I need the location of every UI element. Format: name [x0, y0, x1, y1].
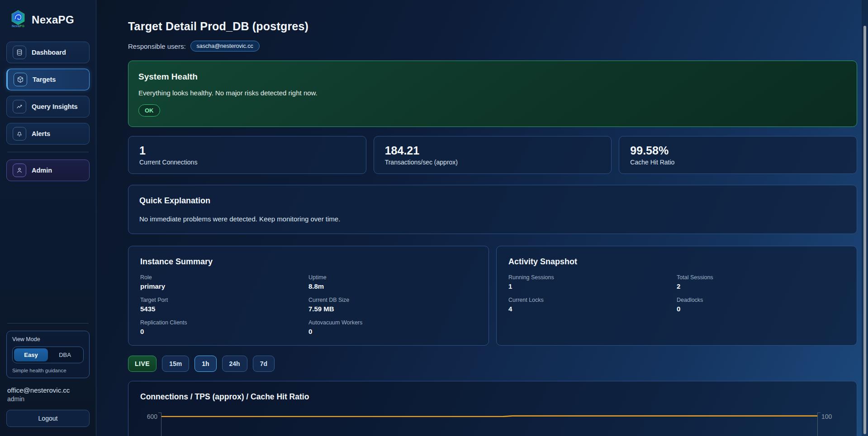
- instance-summary-card: Instance Summary Role primary Uptime 8.8…: [128, 246, 489, 346]
- activity-snapshot-grid: Running Sessions 1 Total Sessions 2 Curr…: [508, 274, 845, 313]
- quick-explanation-message: No immediate problems were detected. Kee…: [139, 215, 846, 223]
- kv-field: Deadlocks 0: [677, 297, 845, 313]
- main-content: Target Detail Prod_DB (postgres) Respons…: [96, 0, 868, 436]
- kv-field: Current Locks 4: [508, 297, 677, 313]
- status-badge: OK: [138, 104, 160, 117]
- live-button[interactable]: LIVE: [128, 356, 157, 372]
- range-button-7d[interactable]: 7d: [253, 356, 275, 372]
- kv-field: Role primary: [140, 274, 308, 290]
- chart-card: Connections / TPS (approx) / Cache Hit R…: [128, 381, 857, 436]
- sidebar-item-admin[interactable]: Admin: [6, 159, 90, 181]
- time-controls: LIVE 15m 1h 24h 7d: [128, 356, 857, 372]
- stat-value: 99.58%: [630, 144, 846, 157]
- database-icon: [13, 46, 26, 59]
- responsible-user-chip[interactable]: sascha@nesterovic.cc: [190, 41, 260, 52]
- stat-label: Current Connections: [139, 159, 355, 166]
- bell-icon: [13, 127, 26, 141]
- cache-hit-ratio-series-line: [161, 415, 817, 417]
- kv-field: Replication Clients 0: [140, 319, 308, 335]
- view-mode-card: View Mode Easy DBA Simple health guidanc…: [6, 331, 90, 378]
- app-logo: NexaPG NexaPG: [6, 8, 90, 30]
- activity-snapshot-card: Activity Snapshot Running Sessions 1 Tot…: [496, 246, 857, 346]
- kv-field: Running Sessions 1: [508, 274, 677, 290]
- right-y-axis: [817, 413, 818, 436]
- user-role: admin: [6, 395, 90, 403]
- logout-button[interactable]: Logout: [6, 410, 90, 427]
- responsible-users-label: Responsible users:: [128, 42, 186, 50]
- left-axis-tick-label: 600: [140, 413, 161, 436]
- app-title: NexaPG: [32, 14, 74, 26]
- summary-row: Instance Summary Role primary Uptime 8.8…: [128, 246, 857, 346]
- instance-summary-title: Instance Summary: [140, 257, 477, 267]
- kv-field: Autovacuum Workers 0: [308, 319, 477, 335]
- nexapg-logo-icon: NexaPG: [9, 10, 27, 30]
- kv-field: Uptime 8.8m: [308, 274, 477, 290]
- quick-explanation-title: Quick Explanation: [139, 196, 846, 206]
- system-health-message: Everything looks healthy. No major risks…: [138, 89, 847, 97]
- sidebar-bottom: View Mode Easy DBA Simple health guidanc…: [6, 316, 90, 427]
- kv-field: Total Sessions 2: [677, 274, 845, 290]
- stats-row: 1 Current Connections 184.21 Transaction…: [128, 136, 857, 174]
- sidebar-item-query-insights[interactable]: Query Insights: [6, 96, 90, 117]
- stat-card-tps: 184.21 Transactions/sec (approx): [374, 136, 612, 174]
- quick-explanation-card: Quick Explanation No immediate problems …: [128, 185, 857, 234]
- sidebar-item-label: Dashboard: [32, 49, 66, 56]
- range-button-15m[interactable]: 15m: [162, 356, 189, 372]
- sidebar-divider: [7, 152, 89, 152]
- sidebar-item-label: Query Insights: [32, 103, 78, 110]
- scrollbar-thumb[interactable]: [863, 26, 866, 434]
- user-email: office@nesterovic.cc: [6, 386, 90, 394]
- system-health-card: System Health Everything looks healthy. …: [128, 61, 857, 127]
- stat-card-current-connections: 1 Current Connections: [128, 136, 366, 174]
- range-button-24h[interactable]: 24h: [222, 356, 247, 372]
- stat-label: Cache Hit Ratio: [630, 159, 846, 166]
- cube-icon: [14, 73, 27, 86]
- responsible-users-row: Responsible users: sascha@nesterovic.cc: [128, 41, 857, 52]
- view-mode-option-dba[interactable]: DBA: [48, 348, 82, 361]
- chart-title: Connections / TPS (approx) / Cache Hit R…: [140, 392, 845, 402]
- stat-value: 1: [139, 144, 355, 157]
- scrollbar-track[interactable]: [862, 0, 868, 436]
- sidebar: NexaPG NexaPG Dashboard Targets: [0, 0, 96, 436]
- view-mode-label: View Mode: [12, 336, 84, 342]
- range-button-1h[interactable]: 1h: [194, 356, 216, 372]
- left-axis-tick: [158, 413, 161, 413]
- trend-chart-icon: [13, 100, 26, 113]
- view-mode-option-easy[interactable]: Easy: [14, 348, 48, 361]
- view-mode-hint: Simple health guidance: [12, 368, 84, 373]
- sidebar-divider: [7, 323, 89, 323]
- sidebar-item-label: Targets: [33, 76, 56, 83]
- stat-label: Transactions/sec (approx): [385, 159, 601, 166]
- instance-summary-grid: Role primary Uptime 8.8m Target Port 543…: [140, 274, 477, 335]
- kv-field: Current DB Size 7.59 MB: [308, 297, 477, 313]
- chart-area: 600 100: [140, 413, 845, 436]
- sidebar-item-dashboard[interactable]: Dashboard: [6, 42, 90, 63]
- stat-card-cache-hit-ratio: 99.58% Cache Hit Ratio: [619, 136, 857, 174]
- user-icon: [13, 164, 26, 177]
- stat-value: 184.21: [385, 144, 601, 157]
- sidebar-item-label: Admin: [32, 167, 52, 174]
- sidebar-item-alerts[interactable]: Alerts: [6, 123, 90, 145]
- sidebar-item-targets[interactable]: Targets: [6, 69, 90, 90]
- view-mode-toggle: Easy DBA: [12, 347, 84, 363]
- sidebar-nav: Dashboard Targets Query Insights: [6, 42, 90, 145]
- right-axis-tick: [818, 413, 821, 413]
- sidebar-item-label: Alerts: [32, 130, 50, 137]
- kv-field: Target Port 5435: [140, 297, 308, 313]
- system-health-title: System Health: [138, 72, 847, 82]
- right-axis-tick-label: 100: [818, 413, 845, 436]
- chart-plot: [161, 413, 818, 436]
- activity-snapshot-title: Activity Snapshot: [508, 257, 845, 267]
- page-title: Target Detail Prod_DB (postgres): [128, 20, 857, 33]
